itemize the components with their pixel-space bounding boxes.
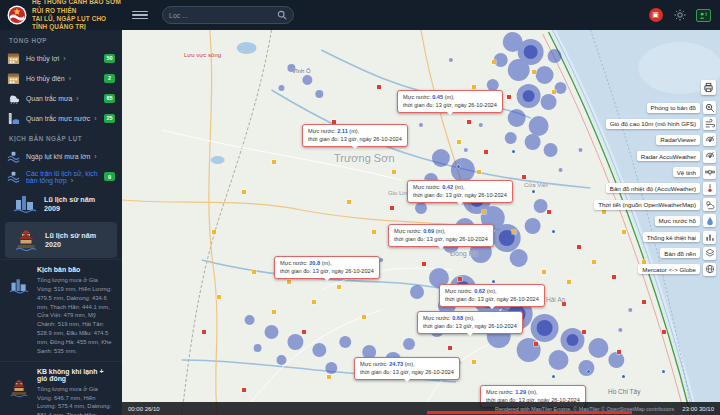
map-marker[interactable]: [534, 342, 538, 346]
map-marker[interactable]: [472, 360, 476, 364]
map-marker[interactable]: [512, 150, 515, 153]
control-basemap[interactable]: Bản đồ nền: [660, 247, 716, 260]
map-marker[interactable]: [242, 388, 246, 392]
basemap-icon[interactable]: [703, 247, 716, 260]
control-zoom-map[interactable]: Phóng to bản đồ: [647, 101, 716, 114]
sidebar-item-ho-thuy-dien[interactable]: Hồ thủy điện › 2: [0, 68, 122, 88]
sidebar-item-cac-tran-lu-lich-su[interactable]: Các trận lũ lịch sử, kịch bản tổng hợp ›…: [0, 166, 122, 187]
user-account-icon[interactable]: [696, 8, 711, 23]
scenario-card-khong-khi-lanh[interactable]: KB không khí lạnh + gió đông Tổng lượng …: [0, 361, 122, 415]
map-marker[interactable]: [482, 210, 486, 214]
sidebar-item-quan-trac-mua[interactable]: Quan trắc mưa › 65: [0, 88, 122, 108]
satellite-icon[interactable]: [703, 166, 716, 179]
map-marker[interactable]: [622, 375, 625, 378]
map-marker[interactable]: [362, 315, 366, 319]
sidebar-item-ngap-lut-mua-lon[interactable]: Ngập lụt khi mưa lớn ›: [0, 146, 122, 166]
weather-icon[interactable]: [703, 198, 716, 211]
map-marker[interactable]: [477, 170, 481, 174]
map-marker[interactable]: [287, 280, 291, 284]
search-icon[interactable]: [277, 10, 287, 20]
map-marker[interactable]: [467, 120, 471, 124]
map-marker[interactable]: [377, 85, 381, 89]
map-marker[interactable]: [484, 150, 488, 154]
water-level-popup[interactable]: Mực nước: 0.69 (m),thời gian đo: 13 giờ,…: [388, 224, 494, 247]
scenario-item-lu-2020[interactable]: Lũ lịch sử năm 2020: [5, 222, 117, 258]
menu-toggle-icon[interactable]: [132, 8, 148, 22]
map-marker[interactable]: [552, 230, 555, 233]
map-marker[interactable]: [512, 230, 516, 234]
search-input[interactable]: [169, 12, 277, 19]
map-marker[interactable]: [577, 245, 581, 249]
map-marker[interactable]: [507, 95, 511, 99]
control-projection-toggle[interactable]: Mercator <-> Globe: [638, 263, 716, 276]
map-marker[interactable]: [422, 262, 426, 266]
map-marker[interactable]: [202, 330, 206, 334]
water-level-popup[interactable]: Mực nước: 0.68 (m),thời gian đo: 13 giờ,…: [417, 311, 523, 334]
map-marker[interactable]: [582, 330, 586, 334]
scenario-item-lu-2009[interactable]: Lũ lịch sử năm 2009: [0, 187, 122, 221]
map-marker[interactable]: [552, 90, 556, 94]
print-map-button[interactable]: [701, 80, 716, 95]
map-marker[interactable]: [337, 285, 341, 289]
water-level-popup[interactable]: Mực nước: 0.42 (m),thời gian đo: 13 giờ,…: [407, 180, 513, 203]
water-level-popup[interactable]: Mực nước: 0.45 (m),thời gian đo: 13 giờ,…: [397, 90, 503, 113]
map-marker[interactable]: [492, 60, 496, 64]
map-marker[interactable]: [547, 210, 551, 214]
map-marker[interactable]: [662, 370, 665, 373]
map-marker[interactable]: [662, 330, 666, 334]
water-level-popup[interactable]: Mực nước: 2.11 (m),thời gian đo: 13 giờ,…: [302, 124, 408, 147]
map-marker[interactable]: [617, 350, 621, 354]
alert-record-icon[interactable]: ▣: [648, 8, 663, 23]
map-marker[interactable]: [312, 300, 316, 304]
control-temperature-map[interactable]: Bản đồ nhiệt độ (AccuWeather): [606, 182, 716, 195]
control-satellite[interactable]: Vệ tinh: [673, 166, 716, 179]
map-marker[interactable]: [472, 85, 476, 89]
control-wind-gfs[interactable]: Gió độ cao 10m (mô hình GFS): [606, 117, 716, 130]
control-damage-statistics[interactable]: Thống kê thiệt hại: [643, 231, 716, 244]
water-level-popup[interactable]: Mực nước: 20.8 (m),thời gian đo: 13 giờ,…: [274, 256, 380, 279]
map-marker[interactable]: [272, 160, 276, 164]
map-marker[interactable]: [302, 330, 306, 334]
map-marker[interactable]: [327, 375, 331, 379]
map-marker[interactable]: [532, 190, 535, 193]
sidebar-item-ho-thuy-loi[interactable]: Hồ thủy lợi › 50: [0, 48, 122, 68]
map-marker[interactable]: [492, 280, 495, 283]
radar-icon[interactable]: [703, 133, 716, 146]
map-marker[interactable]: [212, 230, 216, 234]
map-marker[interactable]: [458, 277, 462, 281]
map-marker[interactable]: [532, 70, 536, 74]
map-marker[interactable]: [522, 175, 526, 179]
map-marker[interactable]: [448, 346, 452, 350]
scenario-card-bao[interactable]: Kịch bản bão Tổng lượng mưa ở Gia Vòng: …: [0, 259, 122, 361]
map-marker[interactable]: [390, 206, 394, 210]
water-level-icon[interactable]: [703, 214, 716, 227]
map-marker[interactable]: [457, 165, 460, 168]
statistics-icon[interactable]: [703, 231, 716, 244]
settings-sun-icon[interactable]: [672, 8, 687, 23]
control-weather-owm[interactable]: Thời tiết (nguồn OpenWeatherMap): [594, 198, 716, 211]
map-marker[interactable]: [642, 300, 646, 304]
map-marker[interactable]: [217, 295, 221, 299]
control-reservoir-level[interactable]: Mực nước hồ: [655, 214, 716, 227]
globe-icon[interactable]: [703, 263, 716, 276]
control-radarviewer[interactable]: RadarViewer: [656, 133, 716, 146]
zoom-in-icon[interactable]: [703, 101, 716, 114]
radar-icon[interactable]: [703, 150, 716, 163]
temperature-icon[interactable]: [703, 182, 716, 195]
map-marker[interactable]: [392, 170, 396, 174]
map-marker[interactable]: [272, 310, 276, 314]
map-marker[interactable]: [562, 302, 566, 306]
sidebar-item-quan-trac-muc-nuoc[interactable]: Quan trắc mực nước › 25: [0, 108, 122, 128]
map-marker[interactable]: [252, 270, 256, 274]
map-marker[interactable]: [347, 200, 351, 204]
map-marker[interactable]: [542, 270, 546, 274]
timeline-progress[interactable]: [427, 411, 632, 414]
water-level-popup[interactable]: Mực nước: 0.62 (m),thời gian đo: 13 giờ,…: [439, 284, 545, 307]
wind-icon[interactable]: [703, 117, 716, 130]
map-marker[interactable]: [372, 230, 376, 234]
control-radar-accuweather[interactable]: Radar AccuWeather: [637, 150, 716, 163]
map-marker[interactable]: [587, 370, 590, 373]
map-marker[interactable]: [242, 190, 246, 194]
map-marker[interactable]: [567, 280, 571, 284]
map-marker[interactable]: [552, 375, 555, 378]
